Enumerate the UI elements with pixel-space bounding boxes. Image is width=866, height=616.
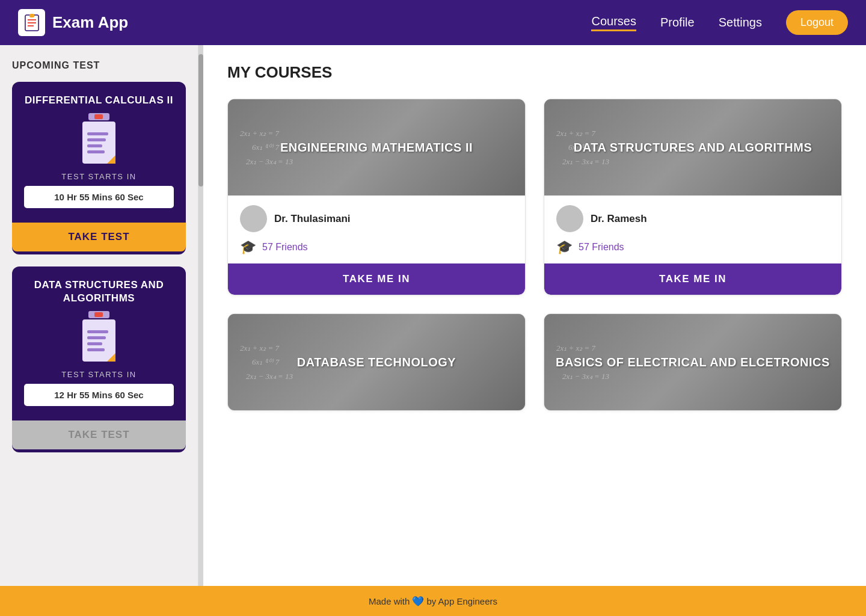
course-info-1: Dr. Thulasimani 🎓 57 Friends TAKE ME IN — [228, 196, 525, 295]
course-thumbnail-1: 2x₁ + x₂ = 7 6x₁ ⁽¹⁰⁾ 7 2x₁ − 3x₄ = 13 E… — [228, 99, 525, 196]
footer-text-after: by App Engineers — [426, 596, 497, 606]
nav-courses[interactable]: Courses — [591, 14, 636, 31]
friends-row-1: 🎓 57 Friends — [240, 239, 513, 255]
logout-button[interactable]: Logout — [786, 10, 848, 35]
sidebar-scroll-divider[interactable] — [198, 45, 203, 586]
instructor-name-1: Dr. Thulasimani — [274, 213, 351, 225]
test-card-1-title: DIFFERENTIAL CALCULAS II — [24, 94, 174, 107]
app-title: Exam App — [52, 13, 128, 32]
course-info-2: Dr. Ramesh 🎓 57 Friends TAKE ME IN — [544, 196, 841, 295]
take-test-button-2[interactable]: TAKE TEST — [12, 420, 186, 449]
svg-rect-5 — [29, 14, 34, 17]
footer-heart-icon: 💙 — [412, 596, 424, 607]
friends-row-2: 🎓 57 Friends — [556, 239, 829, 255]
course-card-4: 2x₁ + x₂ = 7 6x₁ ⁽¹⁰⁾ 7 2x₁ − 3x₄ = 13 B… — [544, 313, 842, 411]
app-logo: Exam App — [18, 9, 128, 36]
course-thumbnail-4: 2x₁ + x₂ = 7 6x₁ ⁽¹⁰⁾ 7 2x₁ − 3x₄ = 13 B… — [544, 314, 841, 410]
instructor-row-1: Dr. Thulasimani — [240, 205, 513, 232]
test-starts-label-1: TEST STARTS IN — [24, 172, 174, 181]
sidebar-test-card-1: DIFFERENTIAL CALCULAS II — [12, 82, 186, 254]
nav-settings[interactable]: Settings — [719, 16, 762, 29]
app-footer: Made with 💙 by App Engineers — [0, 586, 866, 616]
test-starts-label-2: TEST STARTS IN — [24, 370, 174, 379]
logo-icon — [18, 9, 45, 36]
scroll-thumb — [198, 54, 203, 186]
test-timer-2: 12 Hr 55 Mins 60 Sec — [24, 384, 174, 406]
grad-cap-icon-2: 🎓 — [556, 239, 573, 255]
test-card-2-title: DATA STRUCTURES AND ALGORITHMS — [24, 279, 174, 305]
clipboard-icon-2 — [79, 313, 118, 362]
sidebar: UPCOMING TEST DIFFERENTIAL CALCULAS II — [0, 45, 198, 586]
main-content: MY COURSES 2x₁ + x₂ = 7 6x₁ ⁽¹⁰⁾ 7 2x₁ −… — [203, 45, 866, 586]
sidebar-section-title: UPCOMING TEST — [12, 60, 186, 71]
main-nav: Courses Profile Settings Logout — [591, 10, 848, 35]
grad-cap-icon-1: 🎓 — [240, 239, 256, 255]
page-title: MY COURSES — [227, 63, 842, 82]
course-thumbnail-3: 2x₁ + x₂ = 7 6x₁ ⁽¹⁰⁾ 7 2x₁ − 3x₄ = 13 D… — [228, 314, 525, 410]
avatar-2 — [556, 205, 583, 232]
course-card-1: 2x₁ + x₂ = 7 6x₁ ⁽¹⁰⁾ 7 2x₁ − 3x₄ = 13 E… — [227, 99, 526, 295]
take-me-in-button-2[interactable]: TAKE ME IN — [544, 263, 841, 295]
sidebar-test-card-2: DATA STRUCTURES AND ALGORITHMS — [12, 266, 186, 452]
courses-grid: 2x₁ + x₂ = 7 6x₁ ⁽¹⁰⁾ 7 2x₁ − 3x₄ = 13 E… — [227, 99, 842, 411]
test-timer-1: 10 Hr 55 Mins 60 Sec — [24, 186, 174, 208]
instructor-row-2: Dr. Ramesh — [556, 205, 829, 232]
instructor-name-2: Dr. Ramesh — [591, 213, 647, 225]
avatar-1 — [240, 205, 267, 232]
footer-text-before: Made with — [369, 596, 410, 606]
course-title-2: DATA STRUCTURES AND ALGORITHMS — [565, 140, 821, 155]
take-me-in-button-1[interactable]: TAKE ME IN — [228, 263, 525, 295]
course-title-4: BASICS OF ELECTRICAL AND ELCETRONICS — [547, 354, 839, 370]
course-card-2: 2x₁ + x₂ = 7 6x₁ ⁽¹⁰⁾ 7 2x₁ − 3x₄ = 13 D… — [544, 99, 842, 295]
app-header: Exam App Courses Profile Settings Logout — [0, 0, 866, 45]
course-title-1: ENGINEERING MATHEMATICS II — [271, 140, 482, 155]
take-test-button-1[interactable]: TAKE TEST — [12, 223, 186, 251]
nav-profile[interactable]: Profile — [660, 16, 695, 29]
friends-count-2: 57 Friends — [579, 242, 624, 253]
course-thumbnail-2: 2x₁ + x₂ = 7 6x₁ ⁽¹⁰⁾ 7 2x₁ − 3x₄ = 13 D… — [544, 99, 841, 196]
course-card-3: 2x₁ + x₂ = 7 6x₁ ⁽¹⁰⁾ 7 2x₁ − 3x₄ = 13 D… — [227, 313, 526, 411]
clipboard-icon-1 — [79, 116, 118, 164]
friends-count-1: 57 Friends — [262, 242, 308, 253]
course-title-3: DATABASE TECHNOLOGY — [288, 354, 465, 370]
main-layout: UPCOMING TEST DIFFERENTIAL CALCULAS II — [0, 45, 866, 586]
